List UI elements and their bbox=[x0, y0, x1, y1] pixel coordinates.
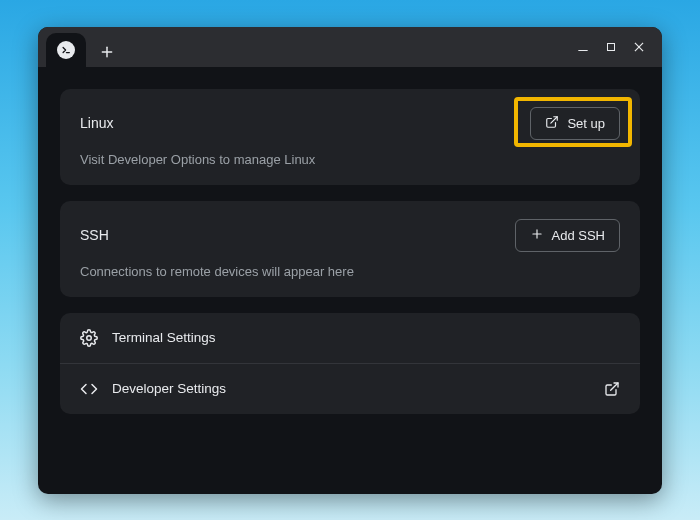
terminal-settings-label: Terminal Settings bbox=[112, 330, 216, 345]
plus-icon bbox=[530, 227, 544, 244]
close-icon[interactable] bbox=[632, 40, 646, 54]
active-tab[interactable] bbox=[46, 33, 86, 67]
add-ssh-button-label: Add SSH bbox=[552, 228, 605, 243]
external-link-icon bbox=[604, 381, 620, 397]
linux-card: Linux Set up Visit Developer Options to … bbox=[60, 89, 640, 185]
gear-icon bbox=[80, 329, 98, 347]
linux-title: Linux bbox=[80, 115, 113, 131]
linux-subtitle: Visit Developer Options to manage Linux bbox=[80, 152, 620, 167]
launch-icon bbox=[545, 115, 559, 132]
ssh-card: SSH Add SSH Connections to remote device… bbox=[60, 201, 640, 297]
terminal-window: Linux Set up Visit Developer Options to … bbox=[38, 27, 662, 494]
developer-settings-label: Developer Settings bbox=[112, 381, 226, 396]
ssh-subtitle: Connections to remote devices will appea… bbox=[80, 264, 620, 279]
minimize-icon[interactable] bbox=[576, 40, 590, 54]
new-tab-button[interactable] bbox=[92, 37, 122, 67]
titlebar bbox=[38, 27, 662, 67]
svg-line-11 bbox=[611, 383, 618, 390]
terminal-settings-row[interactable]: Terminal Settings bbox=[60, 313, 640, 363]
svg-rect-4 bbox=[608, 43, 615, 50]
tab-area bbox=[38, 27, 122, 67]
terminal-icon bbox=[57, 41, 75, 59]
maximize-icon[interactable] bbox=[604, 40, 618, 54]
setup-button[interactable]: Set up bbox=[530, 107, 620, 140]
ssh-title: SSH bbox=[80, 227, 109, 243]
add-ssh-button[interactable]: Add SSH bbox=[515, 219, 620, 252]
code-icon bbox=[80, 380, 98, 398]
content-area: Linux Set up Visit Developer Options to … bbox=[38, 67, 662, 494]
svg-point-10 bbox=[87, 335, 92, 340]
developer-settings-row[interactable]: Developer Settings bbox=[60, 363, 640, 414]
window-controls bbox=[576, 40, 652, 54]
svg-line-7 bbox=[551, 116, 557, 122]
settings-card: Terminal Settings Developer Settings bbox=[60, 313, 640, 414]
setup-button-label: Set up bbox=[567, 116, 605, 131]
